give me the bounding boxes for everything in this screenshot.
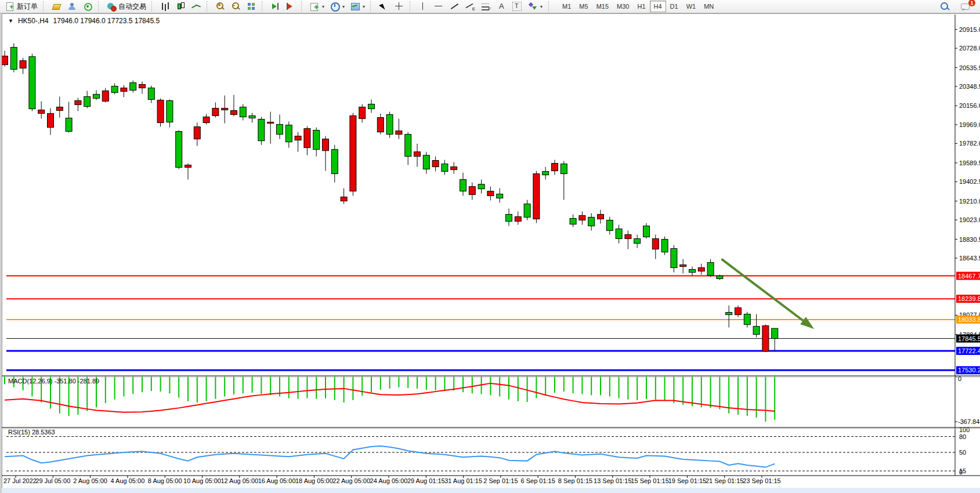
zoom-in-button[interactable]: + [212,1,227,12]
timeframe-mn-button[interactable]: MN [700,1,718,12]
new-order-button[interactable]: 新订单 [2,1,40,12]
arrows-button[interactable]: ▾ [525,1,545,12]
text-label-button[interactable] [509,1,525,12]
svg-text:19969.0: 19969.0 [959,121,980,128]
timeframe-bar: M1M5M15M30H1H4D1W1MN [558,1,718,12]
svg-text:18830.5: 18830.5 [959,236,980,243]
toolbar-separator [410,1,413,12]
svg-text:8 Aug 05:00: 8 Aug 05:00 [148,477,182,484]
toolbar-group [267,1,298,12]
arrows-icon [527,2,538,11]
macd-axis-min: -367.84 [958,418,979,425]
svg-text:20535.5: 20535.5 [959,64,980,71]
zoom-in-icon: + [215,2,225,11]
market-watch-button[interactable] [49,1,64,12]
svg-text:18467.7: 18467.7 [958,273,980,280]
new-order-icon [5,2,15,11]
chart-title: ▼ HK50-,H4 17946.0 17946.0 17723.5 17845… [8,17,160,25]
bar-chart-mode-button[interactable] [157,1,172,12]
toolbar-group: 自动交易 [104,1,149,12]
toolbar-separator [262,1,265,12]
timeframe-m5-button[interactable]: M5 [575,1,592,12]
templates-dropdown-icon[interactable]: ▾ [363,4,365,9]
candlestick-mode-button[interactable] [173,1,188,12]
timeframe-m1-button[interactable]: M1 [558,1,575,12]
svg-text:29 Jul 05:00: 29 Jul 05:00 [35,477,70,484]
signals-button[interactable] [80,1,95,12]
svg-text:19023.0: 19023.0 [959,216,980,223]
profiles-button[interactable] [64,1,79,12]
toolbar-group [49,1,95,12]
timeframe-d1-button[interactable]: D1 [666,1,682,12]
crosshair-button[interactable] [392,1,407,12]
search-icon [939,2,950,11]
svg-text:12 Aug 05:00: 12 Aug 05:00 [220,477,258,484]
chart-shift-button[interactable] [283,1,298,12]
equidistant-channel-icon [465,2,475,11]
svg-text:20915.0: 20915.0 [959,26,980,33]
text-label-icon [512,2,522,11]
svg-text:19782.0: 19782.0 [959,140,980,147]
cursor-button[interactable] [376,1,391,12]
toolbar-group: 新订单 [2,1,40,12]
market-watch-icon [51,2,62,11]
equidistant-channel-button[interactable] [462,1,478,12]
signals-icon [82,2,93,11]
text-icon [496,2,507,11]
svg-text:17722.4: 17722.4 [958,347,980,354]
svg-text:50: 50 [959,449,966,456]
bar-chart-mode-icon [160,2,170,11]
notifications-button[interactable]: 1 [958,1,973,12]
svg-text:18643.5: 18643.5 [959,255,980,262]
indicators-dropdown-icon[interactable]: ▾ [322,4,324,9]
toolbar-group [157,1,204,12]
chart-canvas[interactable]: 100805015020915.020728.020535.520348.520… [2,13,980,493]
search-button[interactable] [937,1,952,12]
timeframe-m15-button[interactable]: M15 [592,1,613,12]
toolbar-group: ▾ [415,1,545,12]
toolbar-group: ▾▾▾ [307,1,367,12]
text-button[interactable] [494,1,509,12]
timeframe-w1-button[interactable]: W1 [682,1,700,12]
symbol-dropdown-icon[interactable]: ▼ [8,18,13,24]
auto-scroll-button[interactable] [267,1,283,12]
svg-text:31 Aug 01:15: 31 Aug 01:15 [444,477,482,484]
indicators-icon [309,2,320,11]
timeframe-m30-button[interactable]: M30 [613,1,633,12]
periods-button[interactable]: ▾ [327,1,347,12]
svg-text:16 Aug 05:00: 16 Aug 05:00 [258,477,296,484]
timeframe-h4-button[interactable]: H4 [650,1,666,12]
tile-windows-button[interactable] [244,1,259,12]
svg-text:21 Sep 01:15: 21 Sep 01:15 [706,477,743,484]
svg-text:19210.0: 19210.0 [959,198,980,205]
svg-text:18239.8: 18239.8 [958,295,980,302]
zoom-out-button[interactable]: - [228,1,243,12]
chart-shift-icon [285,2,296,11]
svg-text:19402.5: 19402.5 [959,178,980,185]
chart-window[interactable]: 100805015020915.020728.020535.520348.520… [0,13,980,493]
line-chart-mode-button[interactable] [189,1,204,12]
status-strip [2,488,980,493]
line-chart-mode-icon [191,2,201,11]
periods-dropdown-icon[interactable]: ▾ [342,4,345,9]
toolbar-separator [151,1,155,12]
arrows-dropdown-icon[interactable]: ▾ [540,4,543,9]
templates-button[interactable]: ▾ [348,1,367,12]
auto-trading-button[interactable]: 自动交易 [104,1,149,12]
fibonacci-retracement-icon [480,2,491,11]
svg-text:19 Sep 01:15: 19 Sep 01:15 [668,477,706,484]
main-toolbar: 新订单自动交易+-▾▾▾▾ M1M5M15M30H1H4D1W1MN 1 [0,0,980,13]
auto-trading-icon [106,2,117,11]
macd-axis-max: 0 [958,375,961,382]
indicators-button[interactable]: ▾ [307,1,327,12]
svg-text:2 Sep 01:15: 2 Sep 01:15 [483,477,518,484]
vertical-line-button[interactable] [415,1,431,12]
fibonacci-retracement-button[interactable] [478,1,493,12]
toolbar-group: +- [212,1,259,12]
svg-text:8 Sep 01:15: 8 Sep 01:15 [558,477,592,484]
timeframe-h1-button[interactable]: H1 [633,1,649,12]
trendline-button[interactable] [447,1,462,12]
candlestick-mode-icon [175,2,186,11]
svg-text:80: 80 [959,433,966,440]
horizontal-line-button[interactable] [431,1,446,12]
